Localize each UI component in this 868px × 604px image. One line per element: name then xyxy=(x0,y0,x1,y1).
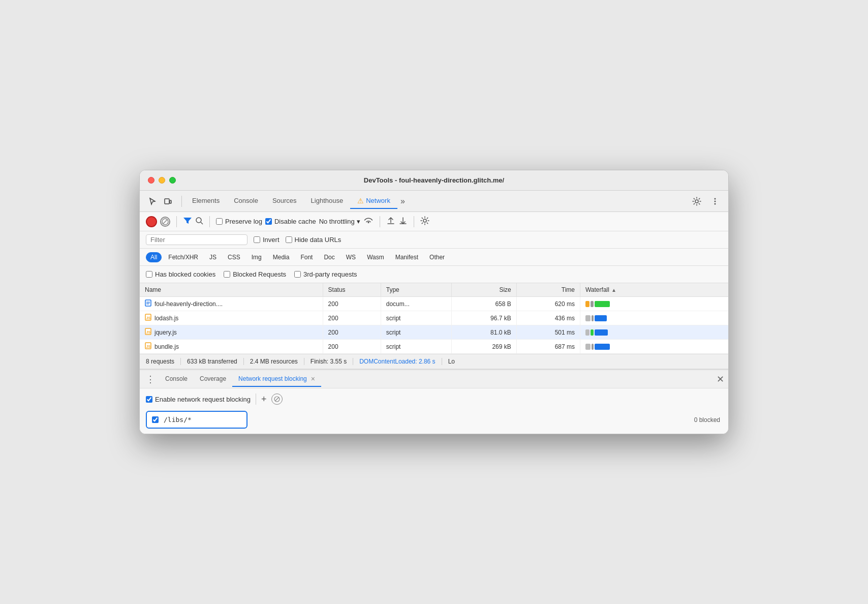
tab-network-request-blocking[interactable]: Network request blocking × xyxy=(232,372,321,387)
cell-waterfall xyxy=(580,297,728,311)
waterfall-bar xyxy=(595,301,610,307)
disable-cache-checkbox[interactable] xyxy=(265,218,272,225)
upload-icon[interactable] xyxy=(386,216,395,227)
cell-type: script xyxy=(381,311,451,325)
third-party-label[interactable]: 3rd-party requests xyxy=(294,270,357,278)
has-blocked-cookies-checkbox[interactable] xyxy=(146,271,152,278)
type-btn-other[interactable]: Other xyxy=(425,252,449,262)
cell-name: foul-heavenly-direction.... xyxy=(140,297,323,311)
col-type[interactable]: Type xyxy=(381,283,451,297)
wifi-icon[interactable] xyxy=(363,217,374,227)
minimize-button[interactable] xyxy=(159,177,165,184)
type-btn-manifest[interactable]: Manifest xyxy=(391,252,423,262)
enable-blocking-checkbox[interactable] xyxy=(146,396,152,403)
blocked-requests-label[interactable]: Blocked Requests xyxy=(224,270,286,278)
tab-sources[interactable]: Sources xyxy=(265,194,304,208)
window-title: DevTools - foul-heavenly-direction.glitc… xyxy=(364,176,504,184)
clear-rules-button[interactable] xyxy=(271,394,283,405)
network-table: Name Status Type Size Time Waterfall ▲ xyxy=(140,283,728,354)
load-time: Lo xyxy=(448,358,461,365)
search-icon[interactable] xyxy=(195,217,203,227)
main-toolbar: Elements Console Sources Lighthouse ⚠ Ne… xyxy=(140,191,728,212)
col-time[interactable]: Time xyxy=(516,283,580,297)
col-size[interactable]: Size xyxy=(451,283,516,297)
record-button[interactable] xyxy=(146,216,157,227)
table-row[interactable]: foul-heavenly-direction.... 200 docum...… xyxy=(140,297,728,311)
table-row[interactable]: JS bundle.js 200 script 269 kB 687 ms xyxy=(140,340,728,354)
filter-icon[interactable] xyxy=(183,217,192,227)
col-status[interactable]: Status xyxy=(323,283,381,297)
filter-input[interactable] xyxy=(150,236,243,244)
type-btn-img[interactable]: Img xyxy=(247,252,266,262)
invert-checkbox[interactable] xyxy=(254,236,260,243)
js-icon: JS xyxy=(145,328,151,337)
panel-menu-button[interactable]: ⋮ xyxy=(144,374,157,385)
filter-options: Invert Hide data URLs xyxy=(254,236,341,244)
clear-button[interactable] xyxy=(160,217,170,227)
type-btn-js[interactable]: JS xyxy=(205,252,221,262)
rule-checkbox[interactable] xyxy=(152,416,159,423)
enable-blocking-label[interactable]: Enable network request blocking xyxy=(146,396,251,403)
tab-console[interactable]: Console xyxy=(227,194,265,208)
has-blocked-cookies-label[interactable]: Has blocked cookies xyxy=(146,270,215,278)
cell-status: 200 xyxy=(323,297,381,311)
tab-lighthouse[interactable]: Lighthouse xyxy=(304,194,351,208)
waterfall-bar xyxy=(585,344,591,350)
table-row[interactable]: JS jquery.js 200 script 81.0 kB 501 ms xyxy=(140,325,728,340)
throttle-select[interactable]: No throttling ▾ xyxy=(319,218,360,225)
type-btn-wasm[interactable]: Wasm xyxy=(362,252,389,262)
js-icon: JS xyxy=(145,314,151,322)
doc-icon xyxy=(145,299,151,308)
type-btn-font[interactable]: Font xyxy=(296,252,317,262)
network-divider-2 xyxy=(209,216,210,227)
hide-data-urls-checkbox[interactable] xyxy=(286,236,292,243)
preserve-log-checkbox[interactable] xyxy=(216,218,223,225)
third-party-checkbox[interactable] xyxy=(294,271,301,278)
blocking-rule[interactable]: /libs/* xyxy=(146,411,247,429)
blocking-panel: Enable network request blocking + /libs/… xyxy=(140,388,728,434)
add-rule-button[interactable]: + xyxy=(261,394,267,405)
cell-time: 501 ms xyxy=(516,325,580,340)
download-icon[interactable] xyxy=(398,216,408,227)
checkbox-row: Has blocked cookies Blocked Requests 3rd… xyxy=(140,266,728,283)
more-tabs-button[interactable]: » xyxy=(397,196,408,207)
col-waterfall[interactable]: Waterfall ▲ xyxy=(580,283,728,297)
network-settings-icon[interactable] xyxy=(420,216,429,227)
cell-type: script xyxy=(381,325,451,340)
invert-label[interactable]: Invert xyxy=(254,236,280,244)
type-btn-css[interactable]: CSS xyxy=(223,252,245,262)
type-btn-ws[interactable]: WS xyxy=(342,252,360,262)
tab-elements[interactable]: Elements xyxy=(185,194,227,208)
waterfall-bar xyxy=(595,344,610,350)
cell-waterfall xyxy=(580,311,728,325)
preserve-log-label[interactable]: Preserve log xyxy=(216,218,262,225)
table-row[interactable]: JS lodash.js 200 script 96.7 kB 436 ms xyxy=(140,311,728,325)
maximize-button[interactable] xyxy=(169,177,176,184)
cell-status: 200 xyxy=(323,311,381,325)
network-divider-4 xyxy=(414,216,414,227)
bottom-tabs: ⋮ Console Coverage Network request block… xyxy=(140,370,728,388)
tab-console-bottom[interactable]: Console xyxy=(159,372,194,386)
type-btn-media[interactable]: Media xyxy=(268,252,294,262)
settings-button[interactable] xyxy=(690,194,704,208)
bottom-panel: ⋮ Console Coverage Network request block… xyxy=(140,369,728,434)
close-panel-button[interactable]: ✕ xyxy=(717,374,724,385)
type-btn-all[interactable]: All xyxy=(146,252,162,262)
more-options-button[interactable] xyxy=(708,194,722,208)
device-icon[interactable] xyxy=(161,195,174,208)
waterfall-bar xyxy=(591,301,594,307)
col-name[interactable]: Name xyxy=(140,283,323,297)
close-button[interactable] xyxy=(148,177,154,184)
tab-network[interactable]: ⚠ Network xyxy=(350,194,397,209)
tab-coverage[interactable]: Coverage xyxy=(194,372,232,386)
type-btn-doc[interactable]: Doc xyxy=(319,252,339,262)
network-divider-3 xyxy=(380,216,380,227)
blocked-requests-checkbox[interactable] xyxy=(224,271,230,278)
filter-input-wrap[interactable] xyxy=(146,234,247,245)
cell-size: 96.7 kB xyxy=(451,311,516,325)
disable-cache-label[interactable]: Disable cache xyxy=(265,218,316,225)
close-tab-icon[interactable]: × xyxy=(311,375,315,383)
hide-data-urls-label[interactable]: Hide data URLs xyxy=(286,236,342,244)
type-btn-fetch-xhr[interactable]: Fetch/XHR xyxy=(164,252,203,262)
cursor-icon[interactable] xyxy=(146,195,159,208)
